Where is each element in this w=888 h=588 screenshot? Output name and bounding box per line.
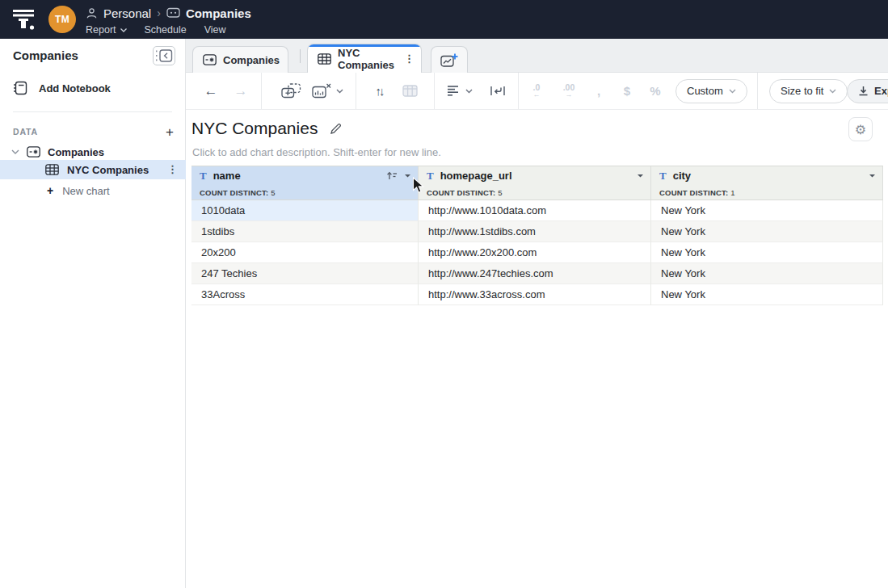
text-type-icon: T <box>200 170 207 183</box>
sidebar-item-nyc-companies[interactable]: NYC Companies ⋮ <box>0 160 186 179</box>
avatar[interactable]: TM <box>48 6 76 33</box>
notebook-icon <box>13 81 28 95</box>
new-chart-button[interactable]: + New chart <box>0 181 186 200</box>
align-dropdown[interactable] <box>443 73 477 109</box>
table-row[interactable]: 33Across http://www.33across.com New Yor… <box>191 284 883 305</box>
cell-homepage-url[interactable]: http://www.1stdibs.com <box>419 221 651 242</box>
cell-homepage-url[interactable]: http://www.247techies.com <box>419 263 651 284</box>
table-row[interactable]: 1stdibs http://www.1stdibs.com New York <box>191 221 883 242</box>
add-notebook-label: Add Notebook <box>39 82 111 94</box>
cell-name[interactable]: 1stdibs <box>191 221 419 242</box>
toolbar: ← → ↑↓ <box>186 73 888 110</box>
menu-schedule[interactable]: Schedule <box>145 24 187 36</box>
column-menu-chevron-icon[interactable] <box>869 174 876 178</box>
cell-homepage-url[interactable]: http://www.1010data.com <box>419 200 651 221</box>
chevron-down-icon[interactable] <box>11 149 19 154</box>
table-row[interactable]: 1010data http://www.1010data.com New Yor… <box>191 200 883 221</box>
report-bubble-icon <box>166 7 180 19</box>
duplicate-chart-button[interactable] <box>276 73 305 109</box>
download-icon <box>858 86 869 96</box>
data-section-header: DATA + <box>13 124 174 140</box>
sort-button[interactable]: ↑↓ <box>365 73 393 109</box>
header-menu: Report Schedule View <box>86 23 251 37</box>
kebab-menu-icon[interactable]: ⋮ <box>167 163 178 175</box>
column-menu-chevron-icon[interactable] <box>637 174 644 178</box>
tab-divider <box>300 49 301 63</box>
size-to-fit-dropdown[interactable]: Size to fit <box>769 73 848 109</box>
cell-city[interactable]: New York <box>651 284 883 305</box>
breadcrumb: Personal › Companies Report Sched <box>86 4 251 37</box>
text-type-icon: T <box>427 170 434 183</box>
collapse-sidebar-button[interactable] <box>153 46 175 65</box>
chart-description-placeholder[interactable]: Click to add chart description. Shift-en… <box>192 146 441 158</box>
add-data-button[interactable]: + <box>166 125 174 139</box>
gear-icon[interactable]: ⚙ <box>848 117 873 141</box>
query-icon <box>203 54 217 65</box>
currency-format-button: $ <box>617 73 637 109</box>
text-type-icon: T <box>659 170 667 183</box>
custom-format-dropdown[interactable]: Custom <box>675 73 747 109</box>
menu-report[interactable]: Report <box>86 24 127 36</box>
query-icon <box>27 146 40 158</box>
redo-button: → <box>230 73 251 109</box>
stat-name: COUNT DISTINCT:5 <box>191 185 419 200</box>
cell-name[interactable]: 20x200 <box>191 242 419 263</box>
add-chart-tab-button[interactable] <box>431 46 468 73</box>
undo-button[interactable]: ← <box>200 73 221 109</box>
cell-name[interactable]: 33Across <box>191 284 419 305</box>
table-header-row: T name <box>191 166 883 185</box>
menu-view[interactable]: View <box>204 24 226 36</box>
cell-homepage-url[interactable]: http://www.33across.com <box>419 284 651 305</box>
breadcrumb-report[interactable]: Companies <box>186 6 251 20</box>
mouse-cursor <box>412 177 425 195</box>
cell-city[interactable]: New York <box>651 200 883 221</box>
new-chart-label: New chart <box>62 185 110 197</box>
tab-bar: Companies NYC Companies ⋮ <box>186 39 888 73</box>
table-icon <box>45 164 59 175</box>
new-chart-icon <box>440 53 458 67</box>
toolbar-separator <box>261 73 262 109</box>
add-notebook-button[interactable]: Add Notebook <box>13 81 111 95</box>
toolbar-separator <box>434 73 435 109</box>
column-header-homepage-url[interactable]: T homepage_url <box>419 166 651 185</box>
tab-companies[interactable]: Companies <box>192 46 288 73</box>
wrap-text-button[interactable] <box>485 73 511 109</box>
tab-kebab-menu-icon[interactable]: ⋮ <box>404 52 415 65</box>
cell-city[interactable]: New York <box>651 242 883 263</box>
remove-chart-dropdown[interactable] <box>309 73 346 109</box>
sort-ascending-icon[interactable] <box>386 171 398 180</box>
table-stat-row: COUNT DISTINCT:5 COUNT DISTINCT:5 COUNT … <box>191 185 883 200</box>
stat-homepage-url: COUNT DISTINCT:5 <box>419 185 651 200</box>
person-icon <box>86 7 98 19</box>
breadcrumb-separator: › <box>157 6 161 19</box>
column-header-name[interactable]: T name <box>191 166 419 185</box>
breadcrumb-workspace[interactable]: Personal <box>103 6 151 20</box>
cell-name[interactable]: 247 Techies <box>191 263 419 284</box>
cell-homepage-url[interactable]: http://www.20x200.com <box>419 242 651 263</box>
sidebar-item-companies-label: Companies <box>48 146 104 158</box>
tab-nyc-companies[interactable]: NYC Companies ⋮ <box>307 44 422 73</box>
increase-decimal-button: .00 → <box>556 73 582 109</box>
table-row[interactable]: 20x200 http://www.20x200.com New York <box>191 242 883 263</box>
cell-name[interactable]: 1010data <box>191 200 419 221</box>
tab-nyc-companies-label: NYC Companies <box>338 47 398 71</box>
export-button[interactable]: Export <box>847 73 888 109</box>
toolbar-separator <box>356 73 356 109</box>
sidebar-item-nyc-companies-label: NYC Companies <box>67 164 149 176</box>
sidebar-divider <box>13 111 172 112</box>
column-menu-chevron-icon[interactable] <box>404 174 411 178</box>
comma-format-button: , <box>589 73 608 109</box>
column-header-city[interactable]: T city <box>651 166 883 185</box>
decrease-decimal-button: .0 ← <box>524 73 549 109</box>
plus-icon: + <box>47 184 53 197</box>
mode-logo-icon[interactable] <box>12 7 35 32</box>
chart-title[interactable]: NYC Companies <box>191 119 318 138</box>
table-row[interactable]: 247 Techies http://www.247techies.com Ne… <box>191 263 883 284</box>
edit-pencil-icon[interactable] <box>329 122 343 136</box>
toolbar-separator <box>518 73 519 109</box>
cell-city[interactable]: New York <box>651 263 883 284</box>
sidebar: Companies Add Notebook <box>0 39 186 588</box>
cell-city[interactable]: New York <box>651 221 883 242</box>
tab-companies-label: Companies <box>223 54 280 66</box>
sidebar-item-companies[interactable]: Companies <box>0 142 186 162</box>
